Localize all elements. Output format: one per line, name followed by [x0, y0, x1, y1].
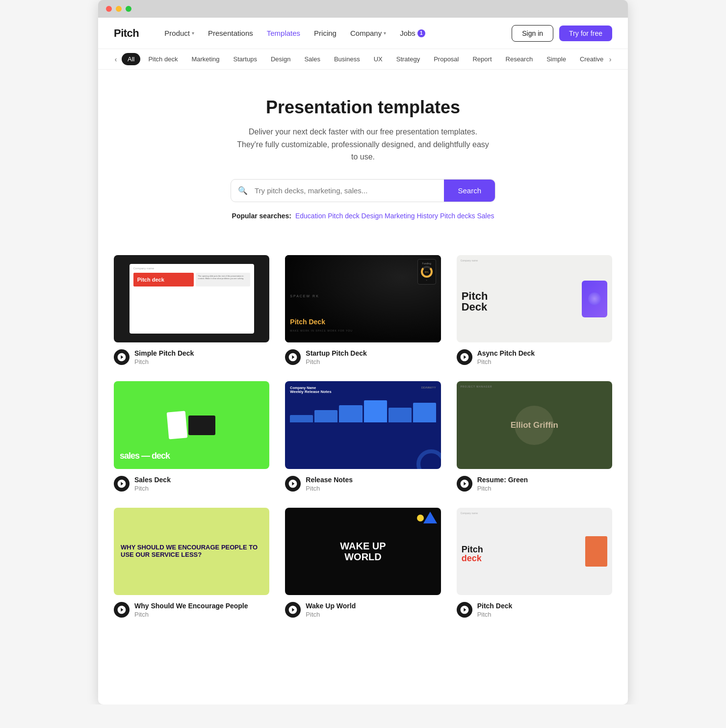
template-author: Pitch — [134, 358, 194, 365]
template-avatar — [114, 476, 130, 492]
category-prev-arrow[interactable]: ‹ — [110, 53, 122, 65]
template-card-wake-up-world[interactable]: WAKE UPWORLD Wake Up World Pitch — [285, 508, 441, 619]
template-avatar — [457, 349, 472, 365]
template-avatar — [457, 602, 472, 618]
template-card-pitch-deck-2[interactable]: Company name Pitchdeck Pitch Deck Pitch — [457, 508, 612, 619]
template-author: Pitch — [134, 611, 248, 618]
popular-link-marketing[interactable]: Marketing — [385, 212, 415, 220]
cat-tab-report[interactable]: Report — [467, 53, 497, 65]
popular-link-sales[interactable]: Sales — [477, 212, 494, 220]
template-title: Pitch Deck — [477, 602, 513, 610]
hero-subtitle: Deliver your next deck faster with our f… — [235, 126, 491, 163]
template-info-pitch-deck-2: Pitch Deck Pitch — [457, 602, 612, 618]
chevron-down-icon: ▾ — [384, 30, 386, 36]
cat-tab-sales[interactable]: Sales — [298, 53, 326, 65]
logo[interactable]: Pitch — [114, 27, 139, 40]
templates-grid: Company name Pitch deck The opening slid… — [98, 239, 628, 642]
template-title: Resume: Green — [477, 476, 528, 484]
template-author: Pitch — [477, 485, 528, 492]
template-card-why-should-we[interactable]: WHY SHOULD WE ENCOURAGE PEOPLE TO USE OU… — [114, 508, 269, 619]
nav-templates[interactable]: Templates — [261, 25, 306, 41]
template-title: Release Notes — [306, 476, 353, 484]
popular-link-education[interactable]: Education — [295, 212, 326, 220]
template-title: Wake Up World — [306, 602, 356, 610]
template-text: Sales Deck Pitch — [134, 476, 171, 492]
popular-link-history[interactable]: History — [416, 212, 438, 220]
template-text: Resume: Green Pitch — [477, 476, 528, 492]
template-author: Pitch — [306, 358, 366, 365]
template-card-simple-pitch-deck[interactable]: Company name Pitch deck The opening slid… — [114, 255, 269, 366]
template-info-sales-deck: Sales Deck Pitch — [114, 476, 269, 492]
template-info-async-pitch-deck: Async Pitch Deck Pitch — [457, 349, 612, 365]
category-next-arrow[interactable]: › — [604, 53, 616, 65]
popular-label: Popular searches: — [232, 212, 291, 220]
try-button[interactable]: Try for free — [559, 26, 612, 41]
template-title: Simple Pitch Deck — [134, 349, 194, 357]
hero-section: Presentation templates Deliver your next… — [98, 70, 628, 239]
template-avatar — [114, 349, 130, 365]
cat-tab-design[interactable]: Design — [265, 53, 296, 65]
cat-tab-research[interactable]: Research — [500, 53, 539, 65]
nav-jobs[interactable]: Jobs 1 — [394, 25, 431, 41]
template-text: Release Notes Pitch — [306, 476, 353, 492]
chevron-down-icon: ▾ — [192, 30, 194, 36]
minimize-dot[interactable] — [116, 6, 122, 12]
template-author: Pitch — [306, 485, 353, 492]
cat-tab-proposal[interactable]: Proposal — [428, 53, 465, 65]
search-button[interactable]: Search — [444, 180, 495, 202]
template-avatar — [285, 476, 301, 492]
nav-company[interactable]: Company ▾ — [344, 25, 392, 41]
popular-searches: Popular searches: Education Pitch deck D… — [114, 212, 612, 220]
nav-pricing[interactable]: Pricing — [308, 25, 342, 41]
signin-button[interactable]: Sign in — [512, 25, 553, 42]
template-text: Startup Pitch Deck Pitch — [306, 349, 366, 365]
jobs-badge-count: 1 — [417, 29, 425, 37]
cat-tab-marketing[interactable]: Marketing — [185, 53, 225, 65]
template-text: Pitch Deck Pitch — [477, 602, 513, 618]
cat-tab-all[interactable]: All — [122, 53, 140, 65]
cat-tab-business[interactable]: Business — [328, 53, 366, 65]
template-info-release-notes: Release Notes Pitch — [285, 476, 441, 492]
template-author: Pitch — [134, 485, 171, 492]
popular-link-design[interactable]: Design — [362, 212, 383, 220]
template-author: Pitch — [306, 611, 356, 618]
template-card-sales-deck[interactable]: sales — deck Sales Deck Pitch — [114, 381, 269, 492]
nav-links: Product ▾ Presentations Templates Pricin… — [158, 25, 512, 41]
browser-titlebar — [98, 0, 628, 18]
cat-tab-strategy[interactable]: Strategy — [390, 53, 426, 65]
browser-window: Pitch Product ▾ Presentations Templates … — [98, 0, 628, 704]
nav-product[interactable]: Product ▾ — [158, 25, 200, 41]
cat-tab-ux[interactable]: UX — [368, 53, 389, 65]
template-title: Why Should We Encourage People — [134, 602, 248, 610]
cat-tab-creative[interactable]: Creative — [574, 53, 604, 65]
template-text: Why Should We Encourage People Pitch — [134, 602, 248, 618]
search-input[interactable] — [255, 180, 444, 202]
nav-presentations[interactable]: Presentations — [202, 25, 259, 41]
search-bar: 🔍 Search — [231, 179, 495, 202]
maximize-dot[interactable] — [126, 6, 131, 12]
template-text: Async Pitch Deck Pitch — [477, 349, 535, 365]
template-avatar — [457, 476, 472, 492]
template-avatar — [114, 602, 130, 618]
template-card-release-notes[interactable]: Company NameWeekly Release Notes DD/MM/Y… — [285, 381, 441, 492]
template-avatar — [285, 602, 301, 618]
template-text: Simple Pitch Deck Pitch — [134, 349, 194, 365]
close-dot[interactable] — [106, 6, 112, 12]
template-card-startup-pitch-deck[interactable]: Funding 65% + SPACEW RK Pitch Deck MAKE … — [285, 255, 441, 366]
cat-tab-pitch-deck[interactable]: Pitch deck — [142, 53, 183, 65]
template-card-async-pitch-deck[interactable]: Company name PitchDeck Async Pitch Deck … — [457, 255, 612, 366]
template-card-resume-green[interactable]: PROJECT MANAGER Elliot Griffin Resume: G… — [457, 381, 612, 492]
template-info-wake-up-world: Wake Up World Pitch — [285, 602, 441, 618]
popular-link-pitch-deck[interactable]: Pitch deck — [328, 212, 360, 220]
template-info-why-should-we: Why Should We Encourage People Pitch — [114, 602, 269, 618]
template-info-simple-pitch-deck: Simple Pitch Deck Pitch — [114, 349, 269, 365]
cat-tab-startups[interactable]: Startups — [228, 53, 263, 65]
cat-tab-simple[interactable]: Simple — [541, 53, 572, 65]
popular-link-pitch-decks[interactable]: Pitch decks — [440, 212, 475, 220]
template-author: Pitch — [477, 358, 535, 365]
hero-title: Presentation templates — [114, 97, 612, 118]
category-tabs: AllPitch deckMarketingStartupsDesignSale… — [122, 49, 604, 69]
template-avatar — [285, 349, 301, 365]
template-info-resume-green: Resume: Green Pitch — [457, 476, 612, 492]
browser-body: Pitch Product ▾ Presentations Templates … — [98, 18, 628, 704]
